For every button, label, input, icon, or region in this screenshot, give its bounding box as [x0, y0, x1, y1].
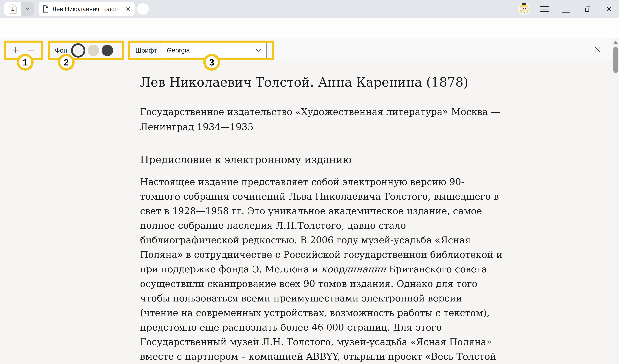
callout-badge-2: 2: [58, 54, 75, 70]
close-icon: [605, 5, 613, 13]
chevron-down-icon: [256, 49, 261, 52]
font-select-value: Georgia: [167, 47, 190, 54]
chevron-down-icon: [25, 8, 30, 10]
background-swatch-dark[interactable]: [102, 45, 113, 56]
tab-title-wrap: Лев Николаевич Толсто: [52, 5, 121, 13]
window-restore-button[interactable]: [584, 5, 592, 14]
tab-bar: 1 Лев Николаевич Толсто: [0, 0, 619, 18]
section-heading: Предисловие к электронному изданию: [140, 154, 612, 166]
zoom-out-button[interactable]: [27, 46, 35, 55]
tab-list-dropdown[interactable]: [21, 2, 34, 16]
callout-badge-1: 1: [17, 54, 34, 70]
background-swatch-light[interactable]: [71, 43, 85, 57]
plus-icon: [140, 6, 146, 12]
avatar-image: [518, 3, 531, 15]
article-subtitle: Государственное издательство «Художестве…: [140, 104, 612, 135]
minus-icon: [27, 46, 35, 55]
paragraph-line: Настоящее издание представляет собой эле…: [140, 175, 612, 189]
paragraph-line: вместе с партнером – компанией ABBYY, от…: [140, 349, 612, 364]
font-controls-highlight: Шрифт Georgia: [128, 41, 274, 60]
reader-content: Лев Николаевич Толстой. Анна Каренина (1…: [0, 61, 612, 364]
restore-icon: [584, 5, 592, 13]
paragraph-line: осуществили сканирование всех 90 томов и…: [140, 276, 612, 291]
subtitle-line: Государственное издательство «Художестве…: [140, 104, 612, 119]
scroll-up-arrow[interactable]: [613, 41, 618, 44]
tab-counter[interactable]: 1: [4, 2, 34, 16]
close-icon: [126, 6, 131, 12]
paragraph-line: Государственный музей Л.Н. Толстого, муз…: [140, 335, 612, 349]
paragraph-line: (чтение на современных устройствах, возм…: [140, 306, 612, 320]
tab-title-fade: [108, 5, 121, 13]
document-icon: [43, 5, 49, 13]
paragraph-line: томного собрания сочинений Льва Николаев…: [140, 189, 612, 204]
zoom-in-button[interactable]: [12, 46, 20, 55]
browser-tab[interactable]: Лев Николаевич Толсто: [39, 2, 135, 16]
paragraph-line: предстояло еще распознать более 46 000 с…: [140, 320, 612, 335]
scrollbar-thumb[interactable]: [613, 47, 618, 73]
reader-toolbar-close-button[interactable]: [594, 46, 602, 55]
window-close-button[interactable]: [605, 5, 613, 14]
address-toolbar: ← → Я tolstoy.ru Лев Николаевич Толстой.…: [0, 18, 619, 38]
hamburger-icon: [540, 6, 549, 7]
plus-icon: [12, 46, 20, 55]
profile-avatar[interactable]: [518, 3, 531, 15]
paragraph-line: библиографической редкостью. В 2006 году…: [140, 233, 612, 247]
paragraph-line: полное собрание наследия Л.Н.Толстого, д…: [140, 218, 612, 233]
paragraph-line: свет в 1928—1958 гг. Это уникальное акад…: [140, 204, 612, 218]
close-icon: [594, 46, 602, 54]
browser-menu-button[interactable]: [540, 6, 549, 12]
tab-counter-left[interactable]: 1: [4, 2, 21, 16]
window-minimize-button[interactable]: [562, 12, 570, 13]
background-swatch-sepia[interactable]: [88, 45, 99, 56]
paragraph-line: Поляна» в сотрудничестве с Российской го…: [140, 247, 612, 262]
subtitle-line: Ленинград 1934—1935: [140, 119, 612, 135]
article-title: Лев Николаевич Толстой. Анна Каренина (1…: [140, 75, 612, 90]
vertical-scrollbar[interactable]: [612, 38, 619, 364]
paragraph: Настоящее издание представляет собой эле…: [140, 175, 612, 364]
paragraph-line: чтобы пользоваться всеми преимуществами …: [140, 291, 612, 306]
tab-close-button[interactable]: [126, 6, 131, 12]
new-tab-button[interactable]: [137, 3, 149, 15]
background-swatches: [71, 43, 113, 57]
callout-badge-3: 3: [203, 54, 220, 70]
tab-counter-value: 1: [11, 6, 14, 12]
font-label: Шрифт: [135, 47, 157, 54]
paragraph-line: при поддержке фонда Э. Меллона и координ…: [140, 262, 612, 276]
background-label: Фон: [55, 47, 67, 54]
